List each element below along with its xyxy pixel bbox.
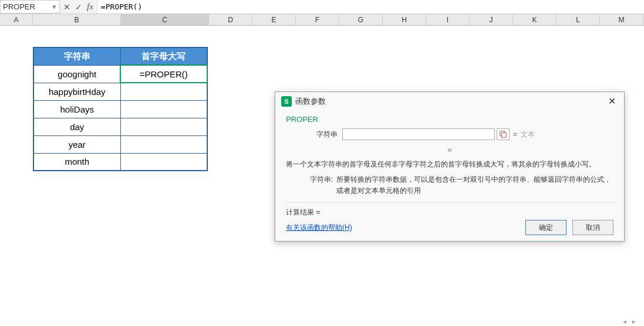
argument-description-text: 所要转换的字符串数据，可以是包含在一对双引号中的字符串、能够返回字符串的公式，或…	[336, 174, 613, 196]
close-icon[interactable]: ✕	[606, 96, 618, 107]
table-row: day	[33, 118, 207, 135]
formula-controls: ✕ ✓ fx	[60, 0, 97, 13]
cancel-button[interactable]: 取消	[572, 220, 613, 235]
cell-output[interactable]	[120, 153, 207, 171]
app-brand-icon: S	[281, 96, 292, 107]
result-label: 计算结果 =	[286, 208, 320, 216]
table-row: happybirtHday	[33, 83, 207, 100]
cancel-button-label: 取消	[586, 223, 600, 233]
formula-bar: PROPER ▾ ✕ ✓ fx =PROPER()	[0, 0, 644, 14]
table-row: holiDays	[33, 100, 207, 118]
column-header-B[interactable]: B	[33, 14, 121, 25]
column-header-K[interactable]: K	[513, 14, 557, 25]
result-row: 计算结果 = 有关该函数的帮助(H) 确定 取消	[286, 202, 613, 235]
name-box-value: PROPER	[3, 2, 51, 11]
argument-type-hint: 文本	[521, 130, 535, 140]
column-header-H[interactable]: H	[383, 14, 426, 25]
column-header-G[interactable]: G	[339, 14, 383, 25]
range-picker-icon[interactable]	[497, 128, 510, 140]
column-header-E[interactable]: E	[252, 14, 296, 25]
dialog-title: 函数参数	[295, 96, 326, 107]
data-table: 字符串 首字母大写 goognight=PROPER()happybirtHda…	[33, 47, 208, 171]
cell-output[interactable]	[120, 83, 207, 100]
svg-rect-1	[501, 133, 506, 137]
formula-input[interactable]: =PROPER()	[97, 0, 644, 13]
horizontal-scrollbar[interactable]: ◂ ▸	[621, 317, 638, 325]
table-row: month	[33, 153, 207, 171]
sheet-area[interactable]: 字符串 首字母大写 goognight=PROPER()happybirtHda…	[0, 26, 644, 326]
argument-input[interactable]	[342, 128, 495, 140]
result-equals: =	[286, 146, 613, 154]
scroll-right-icon[interactable]: ▸	[630, 317, 638, 325]
confirm-formula-icon[interactable]: ✓	[75, 2, 82, 12]
cell-output[interactable]	[120, 135, 207, 153]
cell-string[interactable]: year	[33, 135, 120, 153]
formula-text: =PROPER()	[101, 2, 142, 11]
function-description: 将一个文本字符串的首字母及任何非字母字符之后的首字母转换成大写，将其余的字母转换…	[286, 159, 613, 169]
table-header-proper: 首字母大写	[120, 47, 207, 65]
cell-string[interactable]: holiDays	[33, 100, 120, 118]
column-header-D[interactable]: D	[209, 14, 252, 25]
name-box[interactable]: PROPER ▾	[0, 0, 60, 13]
argument-description: 字符串: 所要转换的字符串数据，可以是包含在一对双引号中的字符串、能够返回字符串…	[304, 174, 613, 196]
ok-button[interactable]: 确定	[525, 220, 567, 235]
ok-button-label: 确定	[539, 223, 553, 233]
table-header-string: 字符串	[33, 47, 120, 65]
help-link[interactable]: 有关该函数的帮助(H)	[286, 223, 352, 233]
column-header-L[interactable]: L	[557, 14, 600, 25]
cell-string[interactable]: day	[33, 118, 120, 135]
function-name: PROPER	[286, 115, 613, 124]
dialog-body: PROPER 字符串 = 文本 = 将一个文本字符串的首字母及任何非字母字符之后…	[275, 110, 624, 241]
cell-output[interactable]	[120, 100, 207, 118]
cancel-formula-icon[interactable]: ✕	[63, 2, 70, 12]
column-header-C[interactable]: C	[121, 14, 209, 25]
column-header-F[interactable]: F	[296, 14, 339, 25]
column-headers: ABCDEFGHIJKLM	[0, 14, 644, 26]
equals-sign: =	[513, 130, 517, 138]
cell-string[interactable]: happybirtHday	[33, 83, 120, 100]
cell-output[interactable]	[120, 118, 207, 135]
fx-icon[interactable]: fx	[87, 2, 93, 12]
column-header-J[interactable]: J	[470, 14, 513, 25]
dialog-titlebar[interactable]: S 函数参数 ✕	[275, 92, 624, 110]
dialog-footer: 有关该函数的帮助(H) 确定 取消	[286, 218, 613, 235]
name-box-dropdown-icon[interactable]: ▾	[51, 2, 57, 11]
cell-output[interactable]: =PROPER()	[120, 65, 207, 83]
cell-string[interactable]: month	[33, 153, 120, 171]
table-row: goognight=PROPER()	[33, 65, 207, 83]
cell-string[interactable]: goognight	[33, 65, 120, 83]
column-header-I[interactable]: I	[426, 14, 470, 25]
table-row: year	[33, 135, 207, 153]
column-header-M[interactable]: M	[600, 14, 643, 25]
argument-row: 字符串 = 文本	[308, 128, 613, 140]
argument-description-label: 字符串:	[304, 174, 333, 196]
function-arguments-dialog: S 函数参数 ✕ PROPER 字符串 = 文本 = 将一个文本字符串的首字母及…	[275, 91, 625, 242]
scroll-left-icon[interactable]: ◂	[621, 317, 629, 325]
column-header-A[interactable]: A	[0, 14, 33, 25]
argument-label: 字符串	[308, 130, 338, 140]
